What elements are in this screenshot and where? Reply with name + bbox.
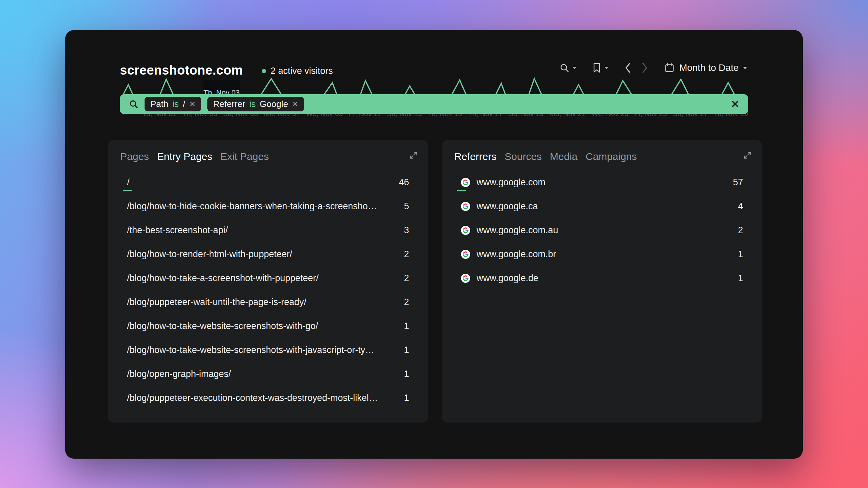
next-period-button[interactable] bbox=[641, 62, 648, 73]
filter-bar: Path is / ✕ Referrer is Google ✕ ✕ bbox=[120, 94, 748, 114]
table-row[interactable]: /blog/how-to-take-website-screenshots-wi… bbox=[120, 338, 416, 362]
date-range-label: Month to Date bbox=[679, 62, 739, 73]
expand-icon bbox=[409, 151, 418, 160]
tab-entry-pages[interactable]: Entry Pages bbox=[157, 151, 212, 162]
row-highlight-bar bbox=[123, 190, 132, 191]
table-row[interactable]: www.google.com 57 bbox=[454, 170, 750, 194]
calendar-icon bbox=[664, 62, 675, 73]
filter-chip-operator: is bbox=[249, 99, 256, 109]
search-menu-button[interactable] bbox=[559, 63, 577, 73]
filter-chip-path[interactable]: Path is / ✕ bbox=[145, 97, 201, 111]
table-row[interactable]: www.google.ca 4 bbox=[454, 194, 750, 218]
referrers-card-tabs: Referrers Sources Media Campaigns bbox=[454, 151, 750, 162]
google-favicon bbox=[461, 274, 470, 283]
table-row[interactable]: /blog/how-to-take-a-screenshot-with-pupp… bbox=[120, 266, 416, 290]
table-row[interactable]: /blog/how-to-hide-cookie-banners-when-ta… bbox=[120, 194, 416, 218]
google-favicon bbox=[461, 226, 470, 235]
bookmarks-menu-button[interactable] bbox=[592, 63, 609, 73]
period-nav bbox=[624, 62, 648, 73]
table-row[interactable]: / 46 bbox=[120, 170, 416, 194]
chevron-right-icon bbox=[641, 62, 648, 73]
clear-filters-button[interactable]: ✕ bbox=[731, 99, 739, 109]
remove-filter-icon[interactable]: ✕ bbox=[189, 101, 196, 108]
site-title: screenshotone.com bbox=[120, 63, 243, 78]
table-row[interactable]: /blog/puppeteer-wait-until-the-page-is-r… bbox=[120, 290, 416, 314]
filter-chip-operator: is bbox=[173, 99, 179, 109]
date-range-button[interactable]: Month to Date bbox=[664, 62, 747, 73]
tab-exit-pages[interactable]: Exit Pages bbox=[221, 151, 269, 162]
table-row[interactable]: /blog/open-graph-images/ 1 bbox=[120, 362, 416, 386]
pages-list: / 46 /blog/how-to-hide-cookie-banners-wh… bbox=[120, 170, 416, 410]
chevron-down-icon bbox=[743, 67, 747, 69]
previous-period-button[interactable] bbox=[624, 62, 632, 73]
expand-pages-card-button[interactable] bbox=[409, 151, 418, 160]
google-favicon bbox=[461, 250, 470, 259]
toolbar: Month to Date bbox=[559, 62, 747, 73]
expand-referrers-card-button[interactable] bbox=[743, 151, 752, 160]
table-row[interactable]: /blog/puppeteer-execution-context-was-de… bbox=[120, 386, 416, 410]
chevron-down-icon bbox=[572, 67, 577, 69]
active-visitors-label: 2 active visitors bbox=[271, 66, 333, 76]
row-highlight-bar bbox=[457, 190, 466, 191]
filter-chip-referrer[interactable]: Referrer is Google ✕ bbox=[207, 97, 304, 111]
tab-referrers[interactable]: Referrers bbox=[454, 151, 496, 162]
table-row[interactable]: /the-best-screenshot-api/ 3 bbox=[120, 218, 416, 242]
table-row[interactable]: /blog/how-to-take-website-screenshots-wi… bbox=[120, 314, 416, 338]
chevron-left-icon bbox=[624, 62, 632, 73]
filter-search-icon bbox=[129, 99, 138, 109]
chevron-down-icon bbox=[605, 67, 609, 69]
referrers-list: www.google.com 57 www.google.ca 4 www.go… bbox=[454, 170, 750, 290]
pages-card-tabs: Pages Entry Pages Exit Pages bbox=[120, 151, 416, 162]
tab-media[interactable]: Media bbox=[550, 151, 578, 162]
referrers-card: Referrers Sources Media Campaigns www.go… bbox=[442, 140, 762, 423]
table-row[interactable]: www.google.com.br 1 bbox=[454, 242, 750, 266]
expand-icon bbox=[743, 151, 752, 160]
chart-tooltip: Th, Nov 03 bbox=[203, 80, 240, 95]
search-icon bbox=[559, 63, 569, 73]
tab-campaigns[interactable]: Campaigns bbox=[586, 151, 637, 162]
google-favicon bbox=[461, 202, 470, 211]
pages-card: Pages Entry Pages Exit Pages / 46 /blog/… bbox=[108, 140, 428, 423]
active-visitors: 2 active visitors bbox=[262, 66, 333, 76]
analytics-window: screenshotone.com 2 active visitors bbox=[65, 30, 803, 459]
tab-pages[interactable]: Pages bbox=[120, 151, 149, 162]
tab-sources[interactable]: Sources bbox=[505, 151, 542, 162]
remove-filter-icon[interactable]: ✕ bbox=[292, 101, 298, 108]
table-row[interactable]: www.google.com.au 2 bbox=[454, 218, 750, 242]
filter-chip-value: Google bbox=[260, 99, 288, 109]
table-row[interactable]: www.google.de 1 bbox=[454, 266, 750, 290]
filter-chip-value: / bbox=[183, 99, 185, 109]
table-row[interactable]: /blog/how-to-render-html-with-puppeteer/… bbox=[120, 242, 416, 266]
google-favicon bbox=[461, 178, 470, 187]
filter-chip-field: Path bbox=[150, 99, 169, 109]
active-visitors-dot bbox=[262, 69, 266, 73]
bookmark-icon bbox=[592, 63, 602, 73]
filter-chip-field: Referrer bbox=[213, 99, 245, 109]
